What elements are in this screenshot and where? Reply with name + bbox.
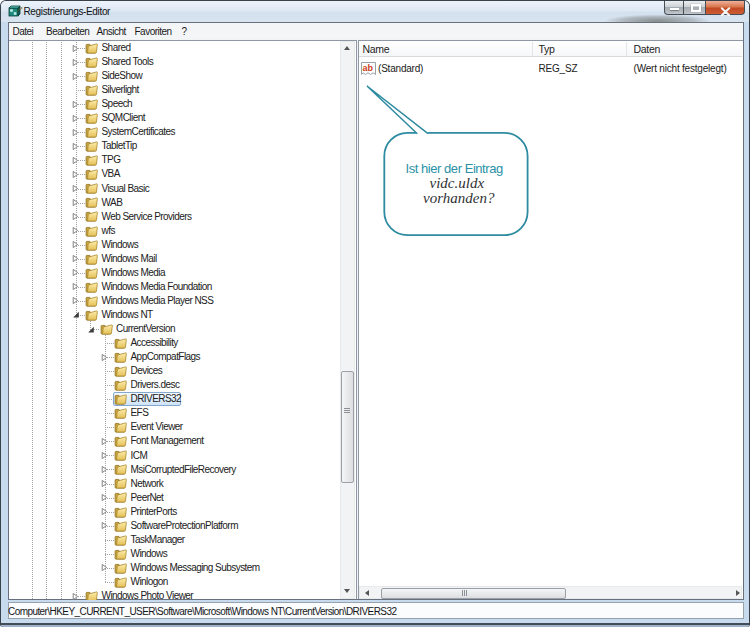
svg-text:ab: ab [363,63,374,73]
